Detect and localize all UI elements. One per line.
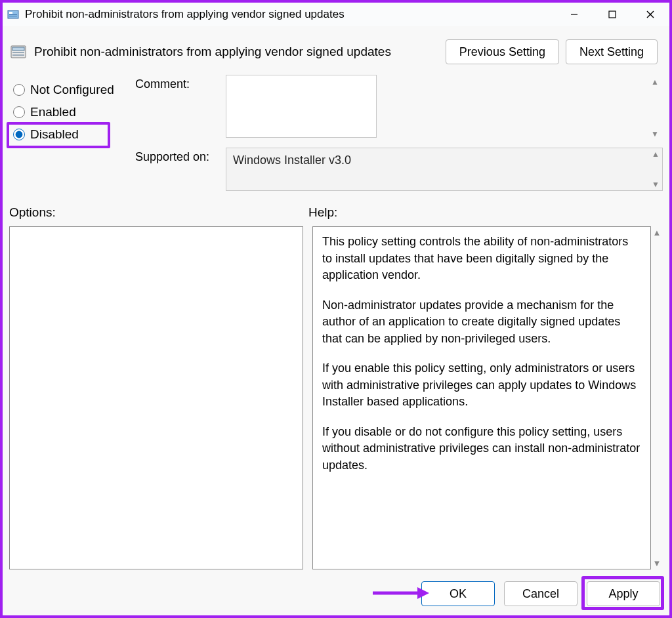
- comment-row: Comment: ▲ ▼: [135, 75, 663, 141]
- options-label: Options:: [9, 205, 308, 220]
- radio-not-configured-input[interactable]: [13, 84, 25, 96]
- help-paragraph: This policy setting controls the ability…: [322, 234, 641, 284]
- svg-rect-3: [9, 16, 17, 16]
- supported-on-field: Windows Installer v3.0 ▲ ▼: [226, 148, 663, 191]
- maximize-button[interactable]: [593, 3, 631, 26]
- radio-disabled-input[interactable]: [13, 129, 25, 140]
- window-title: Prohibit non-administrators from applyin…: [25, 8, 345, 21]
- help-paragraph: If you enable this policy setting, only …: [322, 360, 641, 411]
- svg-rect-2: [9, 14, 17, 15]
- help-scrollbar[interactable]: ▲ ▼: [651, 226, 663, 569]
- header-row: Prohibit non-administrators from applyin…: [3, 26, 669, 73]
- radio-disabled[interactable]: Disabled: [10, 123, 129, 146]
- title-bar: Prohibit non-administrators from applyin…: [3, 3, 669, 26]
- help-paragraph: Non-administrator updates provide a mech…: [322, 297, 641, 348]
- comment-scrollbar[interactable]: ▲ ▼: [650, 77, 660, 138]
- cancel-button[interactable]: Cancel: [504, 581, 578, 606]
- scroll-up-icon: ▲: [650, 150, 661, 159]
- radio-enabled-input[interactable]: [13, 106, 25, 118]
- form-column: Comment: ▲ ▼ Supported on: Windows Insta…: [135, 75, 663, 191]
- scroll-up-icon: ▲: [651, 228, 663, 237]
- ok-button[interactable]: OK: [421, 581, 495, 606]
- scroll-down-icon: ▼: [650, 180, 661, 189]
- panel-labels-row: Options: Help:: [3, 197, 669, 224]
- svg-rect-5: [609, 11, 616, 18]
- comment-label: Comment:: [135, 75, 218, 91]
- close-button[interactable]: [631, 3, 669, 26]
- comment-textarea[interactable]: [226, 75, 377, 138]
- previous-setting-button[interactable]: Previous Setting: [446, 39, 559, 64]
- next-setting-button[interactable]: Next Setting: [566, 39, 658, 64]
- scroll-down-icon: ▼: [651, 558, 663, 568]
- config-area: Not Configured Enabled Disabled Comment:…: [3, 73, 669, 197]
- scroll-down-icon: ▼: [650, 129, 660, 138]
- radio-not-configured-label: Not Configured: [30, 83, 114, 97]
- supported-on-value: Windows Installer v3.0: [233, 154, 351, 167]
- radio-not-configured[interactable]: Not Configured: [10, 79, 129, 101]
- supported-label: Supported on:: [135, 148, 218, 164]
- policy-icon: [9, 43, 28, 61]
- supported-row: Supported on: Windows Installer v3.0 ▲ ▼: [135, 148, 663, 191]
- annotation-arrow-icon: [370, 585, 429, 601]
- radio-enabled-label: Enabled: [30, 105, 76, 119]
- options-panel: [9, 226, 303, 569]
- svg-rect-9: [12, 47, 24, 51]
- setting-name: Prohibit non-administrators from applyin…: [34, 45, 391, 59]
- app-icon: [7, 8, 20, 21]
- help-label: Help:: [308, 205, 337, 220]
- radio-disabled-label: Disabled: [30, 127, 79, 142]
- svg-rect-10: [12, 52, 24, 53]
- help-paragraph: If you disable or do not configure this …: [322, 424, 641, 474]
- radio-enabled[interactable]: Enabled: [10, 101, 129, 123]
- supported-scrollbar[interactable]: ▲ ▼: [650, 150, 661, 189]
- panels-row: This policy setting controls the ability…: [3, 224, 669, 569]
- apply-button[interactable]: Apply: [587, 581, 660, 606]
- svg-rect-1: [9, 12, 12, 14]
- svg-rect-11: [12, 54, 24, 56]
- state-radio-group: Not Configured Enabled Disabled: [10, 75, 129, 191]
- help-panel: This policy setting controls the ability…: [312, 226, 651, 569]
- scroll-up-icon: ▲: [650, 77, 660, 87]
- policy-editor-window: Prohibit non-administrators from applyin…: [3, 3, 669, 615]
- dialog-button-row: OK Cancel Apply: [3, 569, 669, 615]
- minimize-button[interactable]: [555, 3, 593, 26]
